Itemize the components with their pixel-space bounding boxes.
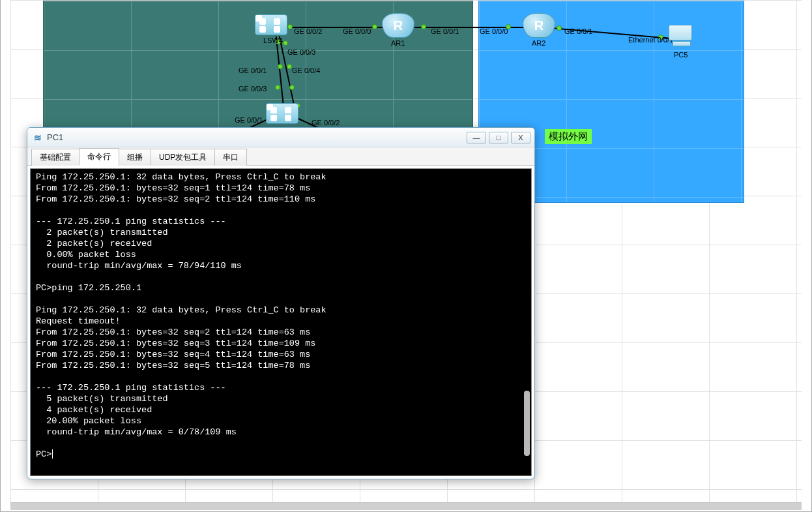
port-dot <box>278 64 283 69</box>
iface-label: GE 0/0/2 <box>294 27 322 35</box>
tab-bar: 基础配置 命令行 组播 UDP发包工具 串口 <box>27 147 534 166</box>
terminal-output[interactable]: Ping 172.25.250.1: 32 data bytes, Press … <box>30 168 532 476</box>
device-label: AR2 <box>532 39 545 47</box>
scrollbar-thumb[interactable] <box>10 503 802 510</box>
tab-cli[interactable]: 命令行 <box>79 148 119 166</box>
vertical-scrollbar[interactable] <box>524 391 530 456</box>
iface-label: GE 0/0/0 <box>480 27 508 35</box>
iface-label: GE 0/0/4 <box>292 67 320 74</box>
iface-label: GE 0/0/1 <box>235 116 263 124</box>
port-dot <box>557 25 562 31</box>
device-label: AR1 <box>391 39 405 47</box>
tab-serial[interactable]: 串口 <box>214 149 247 166</box>
port-dot <box>287 24 293 29</box>
minimize-button[interactable]: — <box>467 132 486 143</box>
port-dot <box>289 85 295 90</box>
port-dot <box>372 24 377 29</box>
tab-basic-config[interactable]: 基础配置 <box>31 149 80 166</box>
iface-label: GE 0/0/2 <box>312 119 340 127</box>
close-button[interactable]: X <box>511 132 530 143</box>
port-dot <box>287 64 292 69</box>
iface-label: GE 0/0/3 <box>239 85 267 93</box>
iface-label: GE 0/0/0 <box>343 27 371 35</box>
iface-label: GE 0/0/3 <box>287 48 315 56</box>
window-title: PC1 <box>47 132 464 142</box>
zone-external-label: 模拟外网 <box>545 129 592 144</box>
router-icon: R <box>523 13 555 38</box>
port-dot <box>275 85 280 90</box>
titlebar[interactable]: ≋ PC1 — □ X <box>27 128 534 147</box>
device-ar2[interactable]: R <box>523 13 555 38</box>
app-icon: ≋ <box>33 132 43 143</box>
switch-icon <box>255 14 287 35</box>
tab-udp-tool[interactable]: UDP发包工具 <box>151 149 215 166</box>
device-label: PC5 <box>674 51 688 59</box>
port-dot <box>283 40 288 46</box>
maximize-button[interactable]: □ <box>489 132 508 143</box>
tab-multicast[interactable]: 组播 <box>119 149 151 166</box>
device-switch-2[interactable] <box>266 103 298 124</box>
terminal-window[interactable]: ≋ PC1 — □ X 基础配置 命令行 组播 UDP发包工具 串口 Ping … <box>27 127 535 479</box>
iface-label: Ethernet 0/0/1 <box>628 36 673 44</box>
device-label: LSW4 <box>263 37 283 44</box>
router-icon: R <box>382 13 414 38</box>
device-lsw4[interactable] <box>255 14 287 35</box>
device-ar1[interactable]: R <box>382 13 414 38</box>
pc-icon <box>669 25 695 48</box>
iface-label: GE 0/0/1 <box>431 27 459 35</box>
iface-label: GE 0/0/1 <box>564 27 592 35</box>
port-dot <box>421 24 426 29</box>
iface-label: GE 0/0/1 <box>239 67 267 74</box>
horizontal-scrollbar[interactable] <box>10 502 802 509</box>
switch-icon <box>266 103 298 124</box>
device-pc5[interactable] <box>669 25 695 48</box>
